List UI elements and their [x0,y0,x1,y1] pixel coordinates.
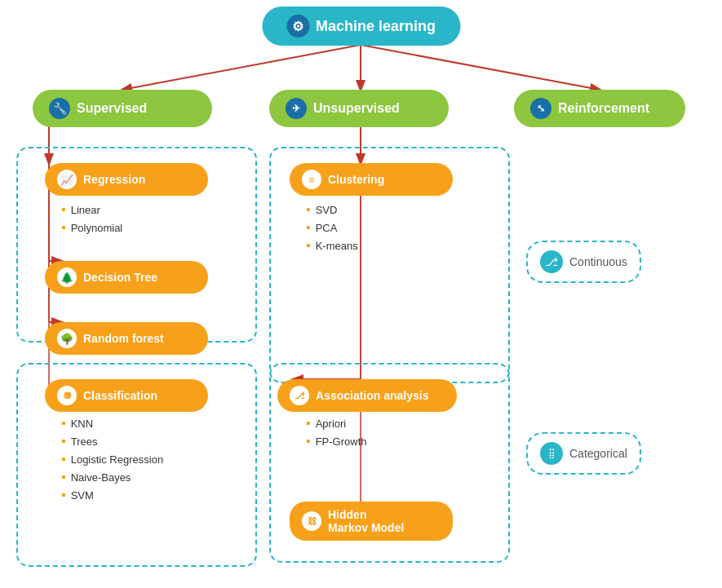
list-item: Apriori [306,416,367,431]
ml-node: ⚙ Machine learning [262,7,460,46]
regression-node: 📈 Regression [45,163,208,196]
categorical-node: ⣿ Categorical [526,432,641,475]
list-item: KNN [61,416,163,431]
list-item: Logistic Regression [61,452,163,466]
classification-label: Classification [83,389,157,402]
list-item: PCA [306,220,358,235]
wrench-icon: 🔧 [49,98,70,119]
categorical-icon: ⣿ [540,442,563,465]
list-item: SVD [306,202,358,217]
pine-tree-icon: 🌲 [57,267,77,287]
unsupervised-node: ✈ Unsupervised [269,90,449,127]
supervised-node: 🔧 Supervised [33,90,212,127]
gear-icon: ⚙ [286,15,309,38]
hmm-node: ⛓ Hidden Markov Model [290,502,453,541]
list-item: FP-Growth [306,434,367,449]
decision-tree-node: 🌲 Decision Tree [45,261,208,294]
regression-list: Linear Polynomial [61,202,122,238]
categorical-label: Categorical [569,447,627,460]
clustering-label: Clustering [328,173,384,186]
association-icon: ⎇ [290,386,309,405]
list-item: SVM [61,488,163,502]
list-item: K-means [306,238,358,253]
clustering-node: ≡ Clustering [290,163,453,196]
list-item: Linear [61,202,122,217]
diagram: ⚙ Machine learning 🔧 Supervised ✈ Unsupe… [0,0,722,588]
list-item: Trees [61,434,163,449]
broad-tree-icon: 🌳 [57,329,77,348]
ml-label: Machine learning [316,18,436,35]
hmm-icon: ⛓ [302,511,321,531]
svg-line-2 [361,45,600,90]
reinforcement-label: Reinforcement [558,101,649,116]
association-list: Apriori FP-Growth [306,416,367,452]
association-node: ⎇ Association analysis [277,379,457,412]
hmm-label: Hidden Markov Model [328,508,404,534]
association-label: Association analysis [316,389,429,402]
reinforcement-node: ⤡ Reinforcement [514,90,685,127]
layers-icon: ≡ [302,170,321,189]
send-icon: ✈ [286,98,307,119]
compress-icon: ⤡ [530,98,551,119]
random-forest-node: 🌳 Random forest [45,322,208,355]
classification-node: ⛃ Classification [45,379,208,412]
list-item: Polynomial [61,220,122,235]
decision-tree-label: Decision Tree [83,271,157,284]
regression-label: Regression [83,173,145,186]
random-forest-label: Random forest [83,332,164,345]
continuous-node: ⎇ Continuous [526,241,641,283]
classify-icon: ⛃ [57,386,77,405]
classification-list: KNN Trees Logistic Regression Naive-Baye… [61,416,163,506]
unsupervised-label: Unsupervised [313,101,400,116]
supervised-label: Supervised [77,101,147,116]
clustering-list: SVD PCA K-means [306,202,358,256]
trend-icon: 📈 [57,170,77,189]
svg-line-0 [122,45,361,90]
continuous-icon: ⎇ [540,250,563,273]
list-item: Naive-Bayes [61,470,163,484]
continuous-label: Continuous [569,255,627,268]
